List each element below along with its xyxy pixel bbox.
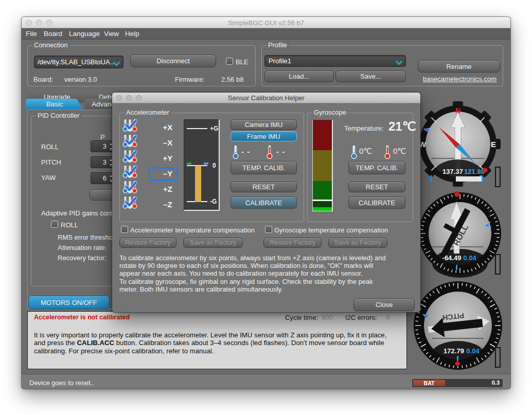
svg-text:172.79: 172.79 bbox=[444, 347, 464, 355]
svg-text:137.37: 137.37 bbox=[442, 168, 463, 175]
svg-text:0.04: 0.04 bbox=[466, 347, 480, 355]
svg-text:0.04: 0.04 bbox=[463, 254, 476, 262]
svg-text:E: E bbox=[491, 140, 496, 149]
svg-text:-64.49: -64.49 bbox=[442, 254, 462, 262]
svg-text:121.88: 121.88 bbox=[464, 168, 485, 175]
svg-text:N: N bbox=[455, 106, 460, 115]
